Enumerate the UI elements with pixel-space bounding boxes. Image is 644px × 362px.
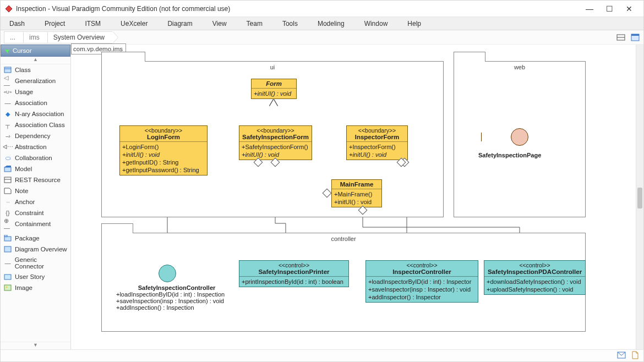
svg-rect-5 bbox=[4, 67, 11, 73]
constraint-icon: {} bbox=[4, 209, 12, 217]
svg-rect-9 bbox=[4, 177, 11, 183]
menu-modeling[interactable]: Modeling bbox=[315, 19, 347, 29]
window-title: Inspection - Visual Paradigm Community E… bbox=[16, 5, 230, 13]
pal-package[interactable]: Package bbox=[1, 233, 70, 244]
svg-rect-7 bbox=[4, 167, 11, 172]
pal-abstraction[interactable]: ᐊ⋯Abstraction bbox=[1, 141, 70, 152]
pal-note[interactable]: Note bbox=[1, 185, 70, 196]
main-area: ➤ Cursor ▲ Class ◁—Generalization «U»Usa… bbox=[1, 45, 643, 349]
svg-marker-8 bbox=[4, 166, 11, 167]
breadcrumb-item[interactable]: ims bbox=[23, 31, 47, 43]
assoc-class-icon: ┬ bbox=[4, 121, 12, 129]
svg-rect-13 bbox=[4, 246, 11, 252]
maximize-button[interactable]: ☐ bbox=[599, 4, 619, 13]
status-bar bbox=[1, 349, 643, 361]
association-icon: — bbox=[4, 99, 12, 107]
pal-generalization[interactable]: ◁—Generalization bbox=[1, 75, 70, 86]
mail-icon[interactable] bbox=[617, 352, 626, 360]
menu-project[interactable]: Project bbox=[42, 19, 67, 29]
note-icon bbox=[4, 187, 12, 195]
menu-help[interactable]: Help bbox=[405, 19, 423, 29]
package-icon bbox=[4, 234, 12, 242]
svg-rect-11 bbox=[4, 237, 11, 241]
pal-diagram-overview[interactable]: Diagram Overview bbox=[1, 244, 70, 255]
userstory-icon bbox=[4, 273, 12, 281]
package-controller-label: controller bbox=[102, 235, 585, 242]
control-node-sic[interactable] bbox=[159, 265, 176, 282]
class-pdacontroller[interactable]: <<control>>SafetyInspectionPDAController… bbox=[484, 260, 586, 295]
pal-generic-connector[interactable]: —Generic Connector bbox=[1, 255, 70, 271]
menu-uexceler[interactable]: UeXceler bbox=[118, 19, 150, 29]
palette-list: Class ◁—Generalization «U»Usage —Associa… bbox=[1, 64, 70, 342]
menu-diagram[interactable]: Diagram bbox=[165, 19, 194, 29]
pal-association[interactable]: —Association bbox=[1, 97, 70, 108]
class-loginform[interactable]: <<boundary>>LoginForm +LoginForm() +init… bbox=[119, 125, 208, 175]
svg-rect-4 bbox=[631, 34, 639, 36]
menu-tools[interactable]: Tools bbox=[280, 19, 300, 29]
pal-anchor[interactable]: ···Anchor bbox=[1, 196, 70, 207]
menu-view[interactable]: View bbox=[210, 19, 229, 29]
diagram-editor[interactable]: ui web controller Form +initUI() : void … bbox=[71, 45, 643, 349]
switch-view-icon[interactable] bbox=[616, 32, 626, 42]
minimize-button[interactable]: — bbox=[580, 4, 599, 13]
abstraction-icon: ᐊ⋯ bbox=[4, 143, 12, 151]
image-icon bbox=[4, 284, 12, 292]
doc-icon[interactable] bbox=[631, 351, 639, 361]
model-icon bbox=[4, 165, 12, 173]
nary-icon: ◆ bbox=[4, 110, 12, 118]
svg-rect-12 bbox=[4, 235, 7, 237]
generalization-icon: ◁— bbox=[4, 77, 12, 85]
anchor-icon: ··· bbox=[4, 198, 12, 206]
svg-rect-15 bbox=[4, 285, 11, 290]
breadcrumb-root[interactable]: ... bbox=[4, 31, 23, 43]
class-form[interactable]: Form +initUI() : void bbox=[251, 79, 297, 99]
tool-palette: ➤ Cursor ▲ Class ◁—Generalization «U»Usa… bbox=[1, 45, 71, 349]
svg-marker-0 bbox=[6, 6, 12, 12]
pal-assoc-class[interactable]: ┬Association Class bbox=[1, 119, 70, 130]
web-page-label: SafetyInspectionPage bbox=[478, 152, 541, 158]
cursor-tool[interactable]: ➤ Cursor bbox=[1, 45, 70, 57]
pal-containment[interactable]: ⊕—Containment bbox=[1, 218, 70, 229]
expander-up[interactable]: ▲ bbox=[1, 57, 70, 64]
pal-model[interactable]: Model bbox=[1, 163, 70, 174]
close-button[interactable]: ✕ bbox=[619, 4, 639, 13]
usage-icon: «U» bbox=[4, 88, 12, 96]
breadcrumb-current[interactable]: System Overview bbox=[47, 31, 112, 43]
menu-window[interactable]: Window bbox=[362, 19, 390, 29]
containment-icon: ⊕— bbox=[4, 220, 12, 228]
class-printer[interactable]: <<control>>SafetyInspectionPrinter +prin… bbox=[239, 260, 349, 287]
pal-user-story[interactable]: User Story bbox=[1, 271, 70, 282]
menu-bar: Dash Project ITSM UeXceler Diagram View … bbox=[1, 17, 643, 30]
generalization-arrowhead bbox=[270, 100, 277, 106]
svg-rect-14 bbox=[4, 275, 11, 279]
connector-icon: — bbox=[4, 259, 12, 267]
menu-itsm[interactable]: ITSM bbox=[83, 19, 103, 29]
pal-nary[interactable]: ◆N-ary Association bbox=[1, 108, 70, 119]
scrollbar-thumb[interactable] bbox=[637, 188, 642, 209]
diagram-canvas[interactable]: ui web controller Form +initUI() : void … bbox=[71, 45, 636, 349]
pal-image[interactable]: Image bbox=[1, 282, 70, 293]
pal-usage[interactable]: «U»Usage bbox=[1, 86, 70, 97]
cursor-label: Cursor bbox=[13, 47, 32, 54]
class-safetyinspectionform[interactable]: <<boundary>>SafetyInspectionForm +Safety… bbox=[239, 125, 312, 160]
dependency-icon: --› bbox=[4, 132, 12, 140]
pal-rest[interactable]: REST Resource bbox=[1, 174, 70, 185]
collaboration-icon: ⬭ bbox=[4, 154, 12, 162]
expander-down[interactable]: ▼ bbox=[1, 342, 70, 349]
pal-collaboration[interactable]: ⬭Collaboration bbox=[1, 152, 70, 163]
menu-team[interactable]: Team bbox=[244, 19, 265, 29]
boundary-node-web[interactable] bbox=[511, 128, 528, 146]
svg-point-16 bbox=[6, 287, 8, 288]
vertical-scrollbar[interactable] bbox=[636, 45, 643, 349]
overview-icon bbox=[4, 245, 12, 253]
class-inspectorcontroller[interactable]: <<control>>InspectorController +loadInsp… bbox=[365, 260, 478, 303]
class-sic[interactable]: SafetyInspectionController +loadInspecti… bbox=[116, 284, 237, 311]
class-mainframe[interactable]: MainFrame +MainFrame()+initUI() : void bbox=[331, 179, 382, 207]
pal-dependency[interactable]: --›Dependency bbox=[1, 130, 70, 141]
breadcrumb-bar: ... ims System Overview bbox=[1, 30, 643, 45]
menu-dash[interactable]: Dash bbox=[7, 19, 27, 29]
title-bar: Inspection - Visual Paradigm Community E… bbox=[1, 1, 643, 17]
class-inspectorform[interactable]: <<boundary>>InspectorForm +InspectorForm… bbox=[346, 125, 408, 160]
panel-toggle-icon[interactable] bbox=[630, 32, 640, 42]
rest-icon bbox=[4, 176, 12, 184]
